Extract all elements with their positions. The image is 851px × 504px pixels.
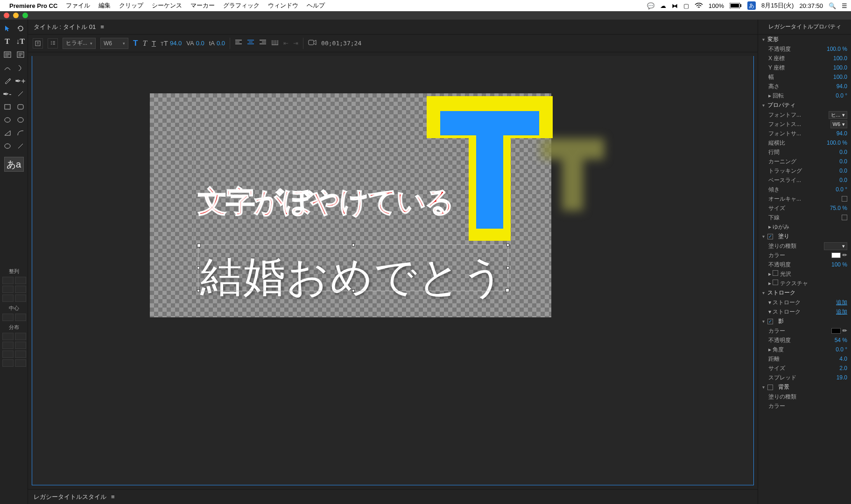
dist-3[interactable] bbox=[2, 342, 14, 349]
wifi-icon[interactable] bbox=[695, 3, 703, 8]
tool-vertical-path-type[interactable] bbox=[15, 63, 26, 73]
fill-eyedropper-icon[interactable]: ✎ bbox=[841, 252, 849, 259]
shadow-color-swatch[interactable] bbox=[831, 328, 841, 334]
align-top[interactable] bbox=[15, 277, 26, 284]
prop-tracking[interactable]: 0.0 bbox=[839, 168, 847, 174]
font-family-dropdown[interactable]: ヒラギ...▾ bbox=[63, 38, 96, 49]
tool-wedge[interactable] bbox=[2, 128, 13, 138]
canvas-viewport[interactable]: 文字がぼやけている 結婚おめでとう bbox=[32, 56, 754, 485]
align-left-button[interactable] bbox=[235, 40, 242, 47]
dist-7[interactable] bbox=[2, 359, 14, 367]
section-background[interactable]: ▾ 背景 bbox=[758, 382, 851, 392]
prop-aspect[interactable]: 100.0 % bbox=[827, 140, 847, 146]
panel-menu-icon[interactable]: ≡ bbox=[100, 23, 105, 30]
app-name[interactable]: Premiere Pro CC bbox=[9, 2, 57, 9]
tool-path-type[interactable] bbox=[2, 63, 13, 73]
prop-y[interactable]: 100.0 bbox=[833, 64, 847, 71]
menu-marker[interactable]: マーカー bbox=[190, 1, 215, 10]
section-transform[interactable]: ▾変形 bbox=[758, 35, 851, 44]
notification-center-icon[interactable]: ☰ bbox=[842, 2, 847, 9]
show-video-button[interactable] bbox=[308, 39, 316, 47]
prop-height[interactable]: 94.0 bbox=[837, 83, 847, 90]
prop-fill-opacity[interactable]: 100 % bbox=[831, 261, 847, 268]
dist-4[interactable] bbox=[15, 342, 26, 349]
prop-font-size[interactable]: 94.0 bbox=[837, 130, 847, 137]
section-stroke[interactable]: ▾ストローク bbox=[758, 288, 851, 298]
menubar-date[interactable]: 8月15日(火) bbox=[761, 1, 794, 10]
tool-rounded-rectangle[interactable] bbox=[15, 102, 26, 112]
bg-enable-check[interactable] bbox=[767, 385, 773, 390]
battery-icon[interactable] bbox=[730, 3, 742, 8]
leading-value[interactable]: 0.0 bbox=[217, 40, 225, 47]
tool-ellipse-clipped[interactable] bbox=[2, 115, 13, 125]
menu-help[interactable]: ヘルプ bbox=[307, 1, 325, 10]
prop-shadow-angle[interactable]: 0.0 ° bbox=[836, 346, 847, 353]
italic-button[interactable]: T bbox=[142, 39, 147, 48]
tool-type[interactable]: T bbox=[2, 36, 13, 47]
center-h[interactable] bbox=[2, 314, 14, 321]
dist-8[interactable] bbox=[15, 359, 26, 367]
bluetooth-icon[interactable]: ⧓ bbox=[672, 2, 678, 9]
menu-edit[interactable]: 編集 bbox=[98, 1, 111, 10]
timecode-display[interactable]: 00;01;37;24 bbox=[321, 40, 361, 47]
section-shadow[interactable]: ▾ 影 bbox=[758, 316, 851, 326]
prop-allcaps-check[interactable] bbox=[842, 196, 847, 202]
center-v[interactable] bbox=[15, 314, 26, 321]
tab-stops-button[interactable] bbox=[271, 39, 279, 47]
canvas-red-text[interactable]: 文字がぼやけている bbox=[198, 182, 453, 221]
dist-6[interactable] bbox=[15, 350, 26, 358]
texture-check[interactable] bbox=[773, 280, 778, 285]
title-style-thumb[interactable]: あa bbox=[4, 157, 24, 172]
spotlight-icon[interactable]: 🔍 bbox=[829, 2, 836, 9]
kerning-value[interactable]: 0.0 bbox=[196, 40, 204, 47]
prop-rotation[interactable]: 0.0 ° bbox=[836, 92, 847, 99]
tool-area-type[interactable] bbox=[2, 49, 13, 60]
tool-rectangle[interactable] bbox=[2, 102, 13, 112]
tool-pen[interactable] bbox=[2, 76, 13, 86]
maximize-window-button[interactable] bbox=[22, 13, 28, 18]
align-vcenter[interactable] bbox=[15, 286, 26, 293]
shadow-enable-check[interactable] bbox=[767, 319, 773, 324]
align-center-button[interactable] bbox=[247, 40, 254, 47]
tool-arc[interactable] bbox=[15, 128, 26, 138]
prop-shadow-spread[interactable]: 19.0 bbox=[837, 374, 847, 381]
ime-indicator[interactable]: あ bbox=[747, 1, 756, 10]
menu-window[interactable]: ウィンドウ bbox=[268, 1, 298, 10]
menu-clip[interactable]: クリップ bbox=[119, 1, 143, 10]
prop-width[interactable]: 100.0 bbox=[833, 74, 847, 80]
prop-kerning[interactable]: 0.0 bbox=[839, 158, 847, 165]
font-size-value[interactable]: 94.0 bbox=[170, 40, 182, 47]
fill-color-swatch[interactable] bbox=[831, 252, 841, 258]
menu-graphics[interactable]: グラフィック bbox=[223, 1, 260, 10]
underline-button[interactable]: T bbox=[152, 39, 156, 47]
menu-sequence[interactable]: シーケンス bbox=[152, 1, 182, 10]
font-weight-dropdown[interactable]: W6▾ bbox=[100, 38, 128, 49]
tool-rotate[interactable] bbox=[15, 23, 26, 34]
dist-5[interactable] bbox=[2, 350, 14, 358]
prop-baseline[interactable]: 0.0 bbox=[839, 177, 847, 183]
tool-line[interactable] bbox=[15, 141, 26, 151]
prop-slant[interactable]: 0.0 ° bbox=[836, 186, 847, 193]
shadow-eyedropper-icon[interactable]: ✎ bbox=[841, 327, 849, 335]
prop-shadow-size[interactable]: 2.0 bbox=[839, 365, 847, 371]
align-bottom[interactable] bbox=[15, 294, 26, 302]
align-right[interactable] bbox=[2, 294, 14, 302]
section-fill[interactable]: ▾ 塗り bbox=[758, 231, 851, 241]
tool-selection[interactable] bbox=[2, 23, 13, 34]
tool-vertical-area-type[interactable] bbox=[15, 49, 26, 60]
new-title-based-on-button[interactable] bbox=[33, 38, 43, 49]
tool-vertical-type[interactable]: ↓T bbox=[15, 36, 26, 47]
prop-smallcaps-size[interactable]: 75.0 % bbox=[830, 205, 847, 211]
tool-rounded-rect2[interactable] bbox=[15, 115, 26, 125]
dist-2[interactable] bbox=[15, 333, 26, 340]
fill-enable-check[interactable] bbox=[767, 234, 773, 239]
line-icon[interactable]: 💬 bbox=[647, 2, 654, 9]
prop-opacity[interactable]: 100.0 % bbox=[827, 46, 847, 52]
bold-button[interactable]: T bbox=[133, 39, 138, 48]
prev-tab-button[interactable]: ⇤ bbox=[283, 40, 288, 47]
text-selection-box[interactable] bbox=[198, 245, 508, 291]
prop-font-style[interactable]: W6▾ bbox=[830, 120, 848, 128]
sheen-check[interactable] bbox=[773, 270, 778, 276]
prop-underline-check[interactable] bbox=[842, 215, 847, 220]
stroke-inner-add[interactable]: 追加 bbox=[836, 299, 847, 307]
